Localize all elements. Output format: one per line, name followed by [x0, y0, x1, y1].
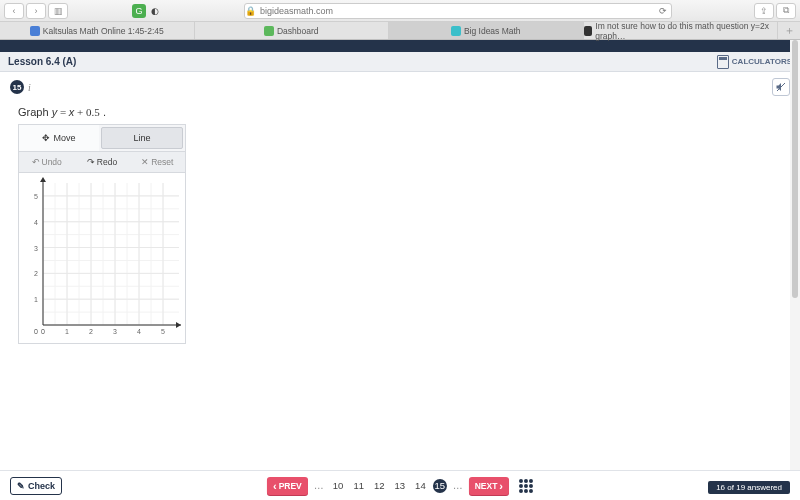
vertical-scrollbar[interactable] [790, 40, 800, 470]
graph-widget: ✥Move Line ↶Undo ↷Redo ✕Reset 0123451234… [18, 124, 186, 344]
lesson-title: Lesson 6.4 (A) [8, 56, 76, 67]
speaker-slash-icon [775, 81, 787, 93]
browser-tab-strip: Kaltsulas Math Online 1:45-2:45 Dashboar… [0, 22, 800, 40]
calculators-label: CALCULATORS [732, 57, 792, 66]
question-number-badge: 15 [10, 80, 24, 94]
svg-text:4: 4 [137, 328, 141, 335]
question-header: 15 i [0, 72, 800, 102]
svg-text:0: 0 [41, 328, 45, 335]
svg-text:5: 5 [34, 193, 38, 200]
tool-row: ✥Move Line [19, 125, 185, 152]
svg-text:3: 3 [34, 245, 38, 252]
reset-button[interactable]: ✕Reset [130, 152, 185, 172]
svg-text:2: 2 [34, 270, 38, 277]
read-aloud-button[interactable] [772, 78, 790, 96]
page-link[interactable]: 14 [412, 480, 429, 491]
info-icon[interactable]: i [28, 82, 31, 93]
browser-tab[interactable]: Dashboard [195, 22, 390, 39]
page-link[interactable]: 13 [392, 480, 409, 491]
share-button[interactable]: ⇪ [754, 3, 774, 19]
answered-badge: 16 of 19 answered [708, 481, 790, 494]
svg-text:0: 0 [34, 328, 38, 335]
browser-tab[interactable]: Big Ideas Math [389, 22, 584, 39]
coordinate-plane[interactable]: 012345123450 [19, 173, 185, 343]
lesson-bar: Lesson 6.4 (A) CALCULATORS [0, 52, 800, 72]
pager-ellipsis: … [451, 480, 465, 491]
tab-label: Kaltsulas Math Online 1:45-2:45 [43, 26, 164, 36]
svg-marker-37 [176, 322, 181, 328]
check-icon: ✎ [17, 481, 25, 491]
svg-text:1: 1 [34, 296, 38, 303]
check-button[interactable]: ✎Check [10, 477, 62, 495]
next-button[interactable]: NEXT [469, 477, 509, 495]
action-row: ↶Undo ↷Redo ✕Reset [19, 152, 185, 173]
reload-icon[interactable]: ⟳ [659, 6, 667, 16]
url-host: bigideasmath.com [260, 6, 333, 16]
svg-marker-38 [40, 177, 46, 182]
svg-text:1: 1 [65, 328, 69, 335]
extension-grammarly-icon[interactable]: G [132, 4, 146, 18]
question-prompt: Graph y = x + 0.5 . [18, 106, 782, 118]
question-grid-button[interactable] [519, 479, 533, 493]
tab-label: Im not sure how to do this math question… [595, 21, 777, 41]
pager-ellipsis: … [312, 480, 326, 491]
question-content: Graph y = x + 0.5 . ✥Move Line ↶Undo ↷Re… [0, 102, 800, 348]
reset-icon: ✕ [141, 157, 149, 167]
line-tool-button[interactable]: Line [101, 127, 183, 149]
app-header-top [0, 40, 800, 52]
redo-icon: ↷ [87, 157, 95, 167]
favicon-icon [264, 26, 274, 36]
calculators-button[interactable]: CALCULATORS [717, 55, 792, 69]
tabs-button[interactable]: ⧉ [776, 3, 796, 19]
page-link[interactable]: 10 [330, 480, 347, 491]
favicon-icon [451, 26, 461, 36]
lock-icon: 🔒 [245, 6, 256, 16]
browser-tab[interactable]: Kaltsulas Math Online 1:45-2:45 [0, 22, 195, 39]
footer-bar: ✎Check PREV … 10 11 12 13 14 15 … NEXT 1… [0, 470, 800, 500]
browser-tab[interactable]: Im not sure how to do this math question… [584, 22, 779, 39]
extension-darkmode-icon[interactable]: ◐ [148, 4, 162, 18]
calculator-icon [717, 55, 729, 69]
svg-text:5: 5 [161, 328, 165, 335]
undo-button[interactable]: ↶Undo [19, 152, 74, 172]
svg-text:4: 4 [34, 219, 38, 226]
svg-text:3: 3 [113, 328, 117, 335]
sidebar-button[interactable]: ▥ [48, 3, 68, 19]
browser-toolbar: ‹ › ▥ G ◐ 🔒 bigideasmath.com ⟳ ⇪ ⧉ [0, 0, 800, 22]
prev-button[interactable]: PREV [267, 477, 308, 495]
scrollbar-thumb[interactable] [792, 40, 798, 298]
undo-icon: ↶ [32, 157, 40, 167]
tab-label: Big Ideas Math [464, 26, 521, 36]
move-icon: ✥ [42, 133, 50, 143]
favicon-icon [584, 26, 593, 36]
svg-text:2: 2 [89, 328, 93, 335]
forward-button[interactable]: › [26, 3, 46, 19]
pager: PREV … 10 11 12 13 14 15 … NEXT [267, 477, 533, 495]
page-link[interactable]: 12 [371, 480, 388, 491]
redo-button[interactable]: ↷Redo [74, 152, 129, 172]
page-link[interactable]: 11 [350, 480, 367, 491]
move-tool-button[interactable]: ✥Move [19, 125, 99, 151]
page-current[interactable]: 15 [433, 479, 447, 493]
favicon-icon [30, 26, 40, 36]
new-tab-button[interactable]: ＋ [778, 22, 800, 39]
tab-label: Dashboard [277, 26, 319, 36]
back-button[interactable]: ‹ [4, 3, 24, 19]
address-bar[interactable]: 🔒 bigideasmath.com ⟳ [244, 3, 672, 19]
